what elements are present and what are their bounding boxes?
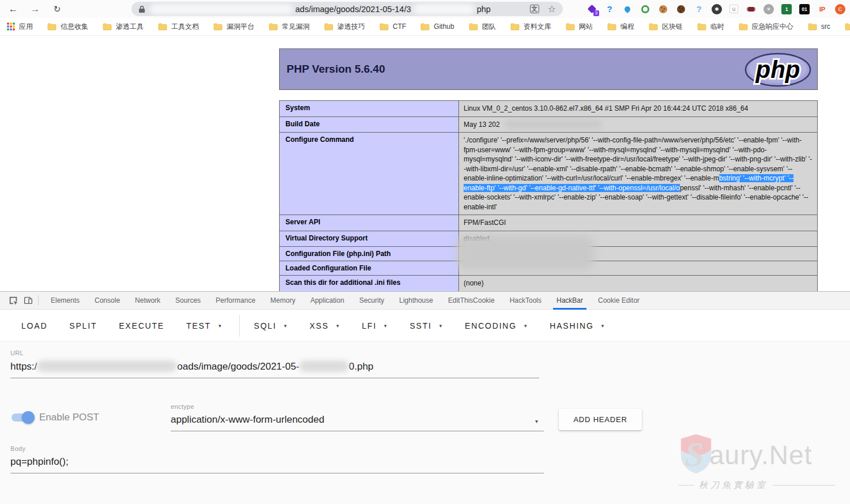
bookmark-folder[interactable]: 编程 bbox=[607, 22, 634, 32]
toggle-track[interactable] bbox=[12, 413, 32, 422]
devtools-tab-cookie-editor[interactable]: Cookie Editor bbox=[591, 292, 647, 310]
hackbar-menu-sqli[interactable]: SQLI▾ bbox=[254, 321, 287, 330]
url-field-value[interactable]: https:/oads/image/goods/2021-05-0.php bbox=[10, 360, 539, 378]
bookmark-folder[interactable]: 资料文库 bbox=[510, 22, 551, 32]
bookmark-label: 应急响应中心 bbox=[752, 22, 793, 32]
bookmark-folder[interactable]: 工具文档 bbox=[158, 22, 199, 32]
folder-icon bbox=[420, 23, 430, 31]
phpinfo-row-value: (none) bbox=[459, 276, 817, 291]
address-text-suffix: php bbox=[477, 5, 491, 14]
enable-post-label: Enable POST bbox=[39, 412, 99, 423]
green-ring-extension-icon[interactable] bbox=[640, 4, 650, 14]
hackbar-menu-lfi[interactable]: LFI▾ bbox=[362, 321, 388, 330]
dark-cookie-extension-icon[interactable] bbox=[676, 4, 686, 14]
hackbar-menu-encoding[interactable]: ENCODING▾ bbox=[465, 321, 528, 330]
hackbar-menu-split[interactable]: SPLIT bbox=[69, 321, 97, 330]
devtools-tab-console[interactable]: Console bbox=[87, 292, 127, 310]
hackbar-menu-test[interactable]: TEST▾ bbox=[186, 321, 222, 330]
bookmark-folder[interactable]: CTF bbox=[379, 22, 406, 32]
ip-extension-icon[interactable]: IP bbox=[817, 4, 828, 14]
bookmark-folder[interactable]: 应急响应中心 bbox=[739, 22, 793, 32]
watermark-brand-text: aury.Net bbox=[709, 439, 812, 471]
php-logo: php bbox=[744, 52, 812, 90]
chevron-down-icon: ▾ bbox=[439, 323, 443, 329]
phpinfo-row-value: May 13 202 bbox=[459, 117, 817, 133]
devtools-tab-memory[interactable]: Memory bbox=[263, 292, 303, 310]
redaction-blur bbox=[299, 360, 349, 372]
bookmark-folder[interactable]: 信息收集 bbox=[47, 22, 88, 32]
light-question-extension-icon[interactable]: ? bbox=[694, 4, 704, 14]
devtools-tab-network[interactable]: Network bbox=[127, 292, 168, 310]
devtools-tab-lighthouse[interactable]: Lighthouse bbox=[392, 292, 441, 310]
u-letter-extension-icon[interactable]: u bbox=[729, 5, 738, 13]
translate-icon[interactable]: 文 bbox=[530, 5, 539, 13]
apps-shortcut[interactable]: 应用 bbox=[7, 22, 33, 32]
folder-icon bbox=[379, 23, 389, 31]
forward-icon[interactable]: → bbox=[28, 0, 43, 18]
phpinfo-row-value: FPM/FastCGI bbox=[459, 215, 817, 231]
hackbar-menu-load[interactable]: LOAD bbox=[21, 321, 47, 330]
bookmark-label: 资料文库 bbox=[524, 22, 551, 32]
blue-question-extension-icon[interactable]: ? bbox=[604, 4, 615, 14]
gray-asterisk-extension-icon[interactable]: ✳ bbox=[764, 4, 774, 14]
reload-icon[interactable]: ↻ bbox=[50, 0, 65, 18]
devtools-tab-elements[interactable]: Elements bbox=[43, 292, 87, 310]
devtools-tab-hacktools[interactable]: HackTools bbox=[502, 292, 549, 310]
bookmark-folder[interactable]: 网站 bbox=[566, 22, 593, 32]
binary-01-extension-icon[interactable]: 01 bbox=[799, 4, 810, 14]
devtools-tab-editthiscookie[interactable]: EditThisCookie bbox=[441, 292, 502, 310]
svg-text:php: php bbox=[755, 56, 800, 83]
phpinfo-row: SystemLinux VM_0_2_centos 3.10.0-862.el7… bbox=[280, 101, 817, 117]
hack-tools-extension-icon[interactable]: 3 bbox=[586, 4, 597, 14]
chevron-down-icon: ▾ bbox=[524, 323, 528, 329]
url-field[interactable]: URL https:/oads/image/goods/2021-05-0.ph… bbox=[10, 349, 539, 378]
phpinfo-row-label: System bbox=[280, 101, 459, 116]
folder-icon bbox=[269, 23, 278, 31]
add-header-button[interactable]: ADD HEADER bbox=[559, 409, 642, 430]
devtools-tab-sources[interactable]: Sources bbox=[168, 292, 208, 310]
bookmark-folder[interactable]: 漏洞平台 bbox=[213, 22, 254, 32]
divider bbox=[678, 485, 694, 486]
body-input[interactable] bbox=[10, 456, 544, 468]
enctype-select[interactable]: enctype application/x-www-form-urlencode… bbox=[171, 403, 544, 431]
bookmark-folder[interactable]: Github bbox=[420, 22, 454, 32]
bookmark-folder[interactable]: src bbox=[808, 22, 830, 32]
body-field-value[interactable] bbox=[10, 456, 544, 473]
device-toolbar-icon[interactable] bbox=[21, 293, 36, 308]
address-bar[interactable]: ads/image/goods/2021-05-14/3 php 文 ☆ bbox=[131, 2, 563, 16]
bookmark-folder[interactable]: 渗透技巧 bbox=[324, 22, 365, 32]
pin-extension-icon[interactable] bbox=[622, 4, 633, 14]
devtools-tab-security[interactable]: Security bbox=[352, 292, 392, 310]
devtools-tab-application[interactable]: Application bbox=[303, 292, 352, 310]
hackbar-menu-hashing[interactable]: HASHING▾ bbox=[550, 321, 605, 330]
green-flag-extension-icon[interactable]: 1 bbox=[781, 4, 792, 14]
hackbar-menu-xss[interactable]: XSS▾ bbox=[310, 321, 340, 330]
mask-extension-icon[interactable] bbox=[746, 4, 756, 14]
folder-icon bbox=[103, 23, 112, 31]
inspect-element-icon[interactable] bbox=[6, 293, 21, 308]
lock-icon[interactable] bbox=[138, 5, 145, 13]
bookmark-folder[interactable]: 渗透工具 bbox=[103, 22, 144, 32]
bookmark-star-icon[interactable]: ☆ bbox=[548, 5, 556, 14]
bookmark-folder[interactable]: 区块链 bbox=[649, 22, 683, 32]
hackbar-menu-execute[interactable]: EXECUTE bbox=[119, 321, 164, 330]
bookmark-folder[interactable]: 常见漏洞 bbox=[269, 22, 310, 32]
orange-swirl-extension-icon[interactable]: C bbox=[835, 4, 845, 14]
devtools-tab-performance[interactable]: Performance bbox=[208, 292, 263, 310]
chevron-down-icon: ▾ bbox=[219, 323, 222, 329]
devtools-tab-hackbar[interactable]: HackBar bbox=[549, 292, 591, 310]
enable-post-toggle[interactable]: Enable POST bbox=[12, 412, 99, 423]
dark-gear-extension-icon[interactable]: ✱ bbox=[712, 4, 722, 14]
bookmark-label: 编程 bbox=[620, 22, 634, 32]
phpinfo-row-label: Scan this dir for additional .ini files bbox=[280, 276, 459, 291]
toggle-knob[interactable] bbox=[22, 411, 35, 424]
cookie-extension-icon[interactable] bbox=[658, 4, 668, 14]
phpinfo-row-label: Virtual Directory Support bbox=[280, 231, 459, 247]
bookmark-folder[interactable]: 博客 bbox=[845, 22, 850, 32]
bookmark-folder[interactable]: 临时 bbox=[697, 22, 724, 32]
enctype-value[interactable]: application/x-www-form-urlencoded ▾ bbox=[171, 414, 544, 431]
hackbar-menu-ssti[interactable]: SSTI▾ bbox=[409, 321, 443, 330]
body-field[interactable]: Body bbox=[10, 445, 544, 473]
bookmark-folder[interactable]: 团队 bbox=[469, 22, 496, 32]
back-icon[interactable]: ← bbox=[6, 0, 21, 18]
